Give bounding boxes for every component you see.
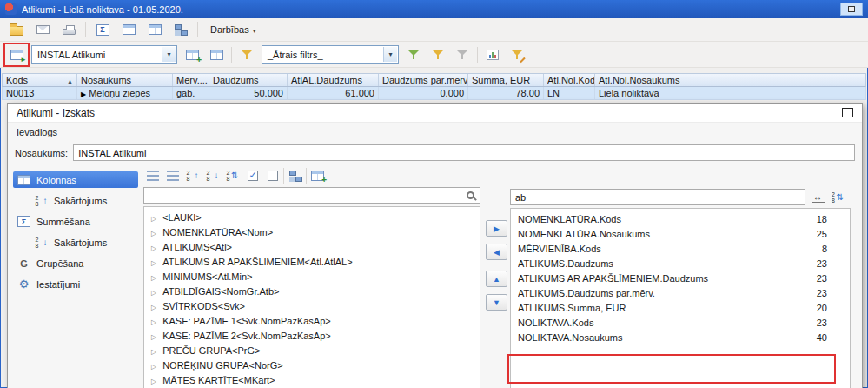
maximize-button[interactable]	[842, 108, 853, 117]
list-item[interactable]: MĒRVIENĪBA.Kods8	[511, 241, 850, 256]
clear-filter-icon	[457, 50, 468, 60]
actions-menu[interactable]: Darbības	[205, 23, 262, 37]
tree-item[interactable]: NOMENKLATŪRA<Nom>	[144, 224, 480, 239]
tree-view-button[interactable]	[171, 20, 190, 39]
list-item[interactable]: NOMENKLATŪRA.Nosaukums25	[511, 226, 850, 241]
quick-filter-combobox[interactable]: _Ātrais filtrs_	[262, 45, 399, 64]
clear-filter-button[interactable]	[453, 45, 472, 64]
move-up-button[interactable]	[486, 271, 507, 287]
column-header-kods[interactable]: Kods	[3, 74, 77, 86]
field-filter-input[interactable]	[510, 189, 805, 205]
expander-icon[interactable]	[151, 316, 156, 326]
column-header-daudzums-par-merv[interactable]: Daudzums par.mērv.	[379, 74, 468, 86]
expander-icon[interactable]	[151, 242, 156, 252]
expander-icon[interactable]	[151, 271, 156, 282]
column-header-summa-eur[interactable]: Summa, EUR	[468, 74, 544, 86]
expander-icon[interactable]	[151, 375, 156, 385]
expander-icon[interactable]	[151, 257, 156, 267]
tree-item[interactable]: <LAUKI>	[144, 210, 480, 224]
expander-icon[interactable]	[151, 360, 156, 371]
uncheck-all-button[interactable]	[263, 167, 282, 184]
window-control-button[interactable]	[840, 3, 863, 16]
expander-icon[interactable]	[151, 227, 156, 237]
view-settings-button[interactable]	[207, 45, 226, 64]
sidebar-item-grupesana[interactable]: Grupēšana	[13, 255, 138, 271]
list-item[interactable]: ATLIKUMS.Daudzums23	[511, 256, 850, 271]
add-field-button[interactable]: +	[308, 167, 327, 184]
sort-desc-button[interactable]	[203, 167, 222, 184]
expander-icon[interactable]	[151, 212, 156, 223]
table-view-button[interactable]	[119, 20, 138, 39]
sort-toggle-button[interactable]	[223, 167, 242, 184]
hierarchy-button[interactable]	[286, 167, 304, 184]
sidebar-item-sakartojums-2[interactable]: Sakārtojums	[30, 234, 138, 251]
view-combobox[interactable]: INSTAL Atlikumi	[31, 45, 177, 64]
list-item[interactable]: NOLIKTAVA.Nosaukums40	[511, 330, 850, 345]
sidebar-item-sakartojums[interactable]: Sakārtojums	[30, 192, 138, 209]
list-item[interactable]: ATLIKUMS.Summa, EUR20	[511, 300, 850, 315]
tree-item[interactable]: KASE: PAZĪME 1<Svk.NomPazKasAp>	[144, 313, 480, 328]
tree-item[interactable]: SVĪTRKODS<Svk>	[144, 298, 480, 313]
move-left-button[interactable]	[486, 244, 507, 260]
export-view-button[interactable]: ►	[7, 45, 26, 64]
toolbar-separator	[231, 47, 232, 63]
sum-view-button[interactable]	[93, 20, 112, 39]
apply-filter-button[interactable]	[404, 45, 423, 64]
tree-item[interactable]: MĀTES KARTĪTE<MKart>	[144, 372, 480, 387]
list-plain-button[interactable]	[143, 167, 162, 184]
edit-filter-button[interactable]	[428, 45, 447, 64]
tree-item[interactable]: ATLIKUMS AR APAKŠLĪMENIEM<Atl.AtlAL>	[144, 254, 480, 269]
cell-merv: gab.	[176, 88, 195, 98]
open-folder-button[interactable]	[7, 20, 26, 39]
move-down-button[interactable]	[486, 294, 507, 311]
column-header-merv[interactable]: Mērv....	[173, 74, 209, 86]
add-view-button[interactable]: +	[182, 45, 202, 64]
expander-icon[interactable]	[151, 345, 156, 356]
plus-icon: +	[196, 56, 202, 64]
main-window-title: Atlikumi - Lielā noliktava - 01.05.2020.	[22, 4, 183, 15]
expander-icon[interactable]	[151, 286, 156, 297]
cell-atlal-daudzums: 61.000	[345, 88, 374, 98]
column-header-atl-nol-kods[interactable]: Atl.Nol.Kods	[544, 74, 595, 86]
tree-item[interactable]: PREČU GRUPA<PrG>	[144, 343, 480, 358]
column-header-daudzums[interactable]: Daudzums	[209, 74, 288, 86]
column-header-nosaukums[interactable]: Nosaukums	[77, 74, 173, 86]
list-grouped-button[interactable]	[163, 167, 182, 184]
table-row[interactable]: N0013 Meloņu ziepes gab. 50.000 61.000 0…	[2, 87, 866, 100]
tree-item[interactable]: KASE: PAZĪME 2<Svk.NomPazKasAp>	[144, 328, 480, 343]
view-editor-dialog: Atlikumi - Izskats Ievadlogs Nosaukums: …	[7, 103, 863, 388]
list-item[interactable]: NOMENKLATŪRA.Kods18	[511, 211, 850, 226]
tree-item[interactable]: MINIMUMS<Atl.Min>	[144, 269, 480, 284]
column-header-atlal-daudzums[interactable]: AtlAL.Daudzums	[288, 74, 379, 86]
sort-asc-icon	[186, 170, 200, 182]
sort-toggle-icon	[226, 170, 240, 182]
sidebar-item-iestatijumi[interactable]: Iestatījumi	[13, 276, 138, 292]
quick-filter-button[interactable]	[237, 45, 256, 64]
list-item[interactable]: ATLIKUMS AR APAKŠLĪMENIEM.Daudzums23	[511, 271, 850, 285]
tree-item[interactable]: NORĒĶINU GRUPA<NorG>	[144, 358, 480, 372]
auto-width-button[interactable]	[809, 189, 826, 205]
column-header-atl-nol-nosaukums[interactable]: Atl.Nol.Nosaukums	[595, 74, 865, 86]
menu-item-ievadlogs[interactable]: Ievadlogs	[17, 127, 57, 137]
name-input[interactable]	[73, 144, 855, 161]
tree-item[interactable]: ATBILDĪGAIS<NomGr.Atb>	[144, 284, 480, 298]
card-view-button[interactable]	[145, 20, 164, 39]
advanced-filter-button[interactable]	[507, 45, 527, 64]
sidebar-item-kolonnas[interactable]: Kolonnas	[13, 171, 138, 188]
mail-button[interactable]	[33, 20, 52, 39]
sort-asc-button[interactable]	[183, 167, 202, 184]
move-right-button[interactable]	[486, 220, 507, 237]
sidebar-item-summesana[interactable]: Summēšana	[13, 213, 138, 230]
main-titlebar: Atlikumi - Lielā noliktava - 01.05.2020.	[0, 0, 868, 18]
print-button[interactable]	[59, 20, 78, 39]
list-item[interactable]: NOLIKTAVA.Kods23	[511, 315, 850, 330]
chart-button[interactable]	[483, 45, 502, 64]
check-all-button[interactable]	[243, 167, 262, 184]
mail-icon	[36, 25, 50, 34]
search-input[interactable]	[144, 191, 467, 201]
expander-icon[interactable]	[151, 301, 156, 311]
sort-columns-button[interactable]	[829, 189, 846, 205]
tree-item[interactable]: ATLIKUMS<Atl>	[144, 239, 480, 254]
list-item[interactable]: ATLIKUMS.Daudzums par.mērv.23	[511, 285, 850, 300]
expander-icon[interactable]	[151, 331, 156, 341]
